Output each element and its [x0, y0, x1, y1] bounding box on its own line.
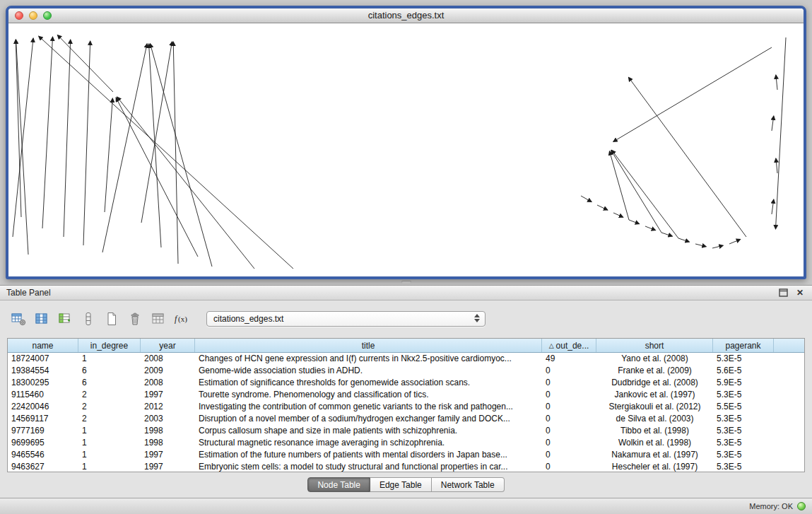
minimize-button[interactable]	[29, 11, 37, 20]
table-row[interactable]: 911546021997Tourette syndrome. Phenomeno…	[8, 389, 804, 401]
graph-edge[interactable]	[613, 47, 772, 141]
graph-edge[interactable]	[678, 238, 689, 242]
table-cell: 9699695	[8, 437, 78, 449]
table-row[interactable]: 977716911998Corpus callosum shape and si…	[8, 425, 804, 437]
network-canvas-svg[interactable]	[8, 23, 804, 276]
graph-edge[interactable]	[16, 40, 28, 255]
memory-ok-icon	[797, 502, 806, 510]
table-cell: 5.9E-5	[713, 377, 774, 389]
graph-edge[interactable]	[149, 44, 161, 247]
graph-edge[interactable]	[772, 199, 774, 214]
graph-edge[interactable]	[776, 75, 777, 90]
column-header-in-degree[interactable]: in_degree	[78, 339, 141, 352]
graph-edge[interactable]	[609, 151, 629, 220]
table-cell: Wolkin et al. (1998)	[596, 437, 713, 449]
graph-edge[interactable]	[117, 97, 254, 269]
table-cell: 6	[78, 365, 141, 377]
table-row[interactable]: 946554611997Estimation of the future num…	[8, 449, 804, 461]
table-cell: 2008	[141, 377, 195, 389]
table-cell: 1998	[141, 425, 195, 437]
table-body: 1872400712008Changes of HCN gene express…	[8, 353, 804, 472]
status-bar: Memory: OK	[0, 498, 812, 514]
graph-edge[interactable]	[729, 239, 741, 244]
graph-edge[interactable]	[776, 158, 777, 173]
column-header-short[interactable]: short	[596, 339, 713, 352]
graph-edge[interactable]	[628, 77, 746, 237]
graph-edge[interactable]	[581, 196, 592, 202]
table-row[interactable]: 1872400712008Changes of HCN gene express…	[8, 353, 804, 365]
table-select[interactable]: citations_edges.txt	[206, 311, 486, 327]
table-cell: 14569117	[8, 413, 78, 425]
delete-icon[interactable]	[125, 309, 145, 329]
graph-edge[interactable]	[611, 151, 661, 233]
row-height-icon[interactable]	[78, 309, 98, 329]
tab-network-table[interactable]: Network Table	[432, 477, 505, 492]
create-column-icon[interactable]	[55, 309, 75, 329]
table-mode-icon[interactable]	[8, 309, 28, 329]
network-canvas[interactable]	[8, 23, 804, 276]
close-panel-icon[interactable]: ✕	[794, 287, 806, 298]
graph-edge[interactable]	[150, 44, 212, 267]
graph-edge[interactable]	[775, 37, 786, 229]
table-row[interactable]: 2242004622012Investigating the contribut…	[8, 401, 804, 413]
table-cell: 5.6E-5	[713, 365, 774, 377]
column-header-out-degree[interactable]: △out_de...	[542, 339, 596, 352]
graph-edge[interactable]	[597, 205, 608, 210]
table-cell: 2	[78, 401, 141, 413]
graph-edge[interactable]	[16, 40, 21, 217]
column-header-filler	[774, 339, 804, 352]
graph-edge[interactable]	[661, 233, 672, 236]
table-row[interactable]: 1456911722003Disruption of a novel membe…	[8, 413, 804, 425]
column-header-name[interactable]: name	[8, 339, 78, 352]
import-table-icon[interactable]	[148, 309, 168, 329]
table-panel-title: Table Panel	[6, 288, 51, 298]
table-cell: 5.3E-5	[713, 449, 774, 461]
graph-edge[interactable]	[39, 36, 293, 269]
column-header-pagerank[interactable]: pagerank	[713, 339, 774, 352]
new-file-icon[interactable]	[102, 309, 122, 329]
window-titlebar[interactable]: citations_edges.txt	[8, 8, 804, 23]
table-cell: 1	[78, 437, 141, 449]
table-cell: Nakamura et al. (1997)	[596, 449, 713, 461]
function-builder-icon[interactable]: f (x)	[172, 309, 192, 329]
graph-edge[interactable]	[105, 98, 112, 212]
graph-edge[interactable]	[772, 116, 774, 131]
table-row[interactable]: 969969511998Structural magnetic resonanc…	[8, 437, 804, 449]
column-header-year[interactable]: year	[141, 339, 195, 352]
table-row[interactable]: 1938455462009Genome-wide association stu…	[8, 365, 804, 377]
graph-edge[interactable]	[13, 38, 33, 237]
table-cell: Changes of HCN gene expression and I(f) …	[195, 353, 542, 365]
table-row[interactable]: 1830029562008Estimation of significance …	[8, 377, 804, 389]
table-cell: de Silva et al. (2003)	[596, 413, 713, 425]
float-panel-icon[interactable]	[777, 287, 789, 298]
table-cell: Franke et al. (2009)	[596, 365, 713, 377]
table-cell: 5.3E-5	[713, 461, 774, 472]
zoom-button[interactable]	[43, 11, 52, 20]
graph-edge[interactable]	[629, 220, 640, 224]
graph-edge[interactable]	[613, 213, 623, 217]
show-columns-icon[interactable]	[32, 309, 52, 329]
table-cell: 9115460	[8, 389, 78, 401]
graph-edge[interactable]	[712, 245, 723, 248]
graph-edge[interactable]	[83, 41, 90, 245]
column-header-title[interactable]: title	[195, 339, 542, 352]
panel-splitter-handle[interactable]	[401, 281, 411, 284]
graph-edge[interactable]	[116, 98, 198, 257]
graph-edge[interactable]	[64, 40, 71, 237]
table-cell: 1997	[141, 461, 195, 472]
graph-edge[interactable]	[141, 42, 172, 223]
table-row[interactable]: 946362711997Embryonic stem cells: a mode…	[8, 461, 804, 472]
tab-edge-table[interactable]: Edge Table	[370, 477, 432, 492]
graph-edge[interactable]	[42, 37, 53, 228]
table-cell: Yano et al. (2008)	[596, 353, 713, 365]
table-cell: 18300295	[8, 377, 78, 389]
graph-edge[interactable]	[57, 35, 113, 92]
graph-edge[interactable]	[645, 226, 656, 230]
close-button[interactable]	[15, 11, 23, 20]
table-cell: Hescheler et al. (1997)	[596, 461, 713, 472]
tab-node-table[interactable]: Node Table	[307, 477, 370, 492]
graph-edge[interactable]	[695, 244, 706, 247]
table-cell: 2012	[141, 401, 195, 413]
table-cell: 1	[78, 353, 141, 365]
graph-edge[interactable]	[173, 42, 178, 264]
